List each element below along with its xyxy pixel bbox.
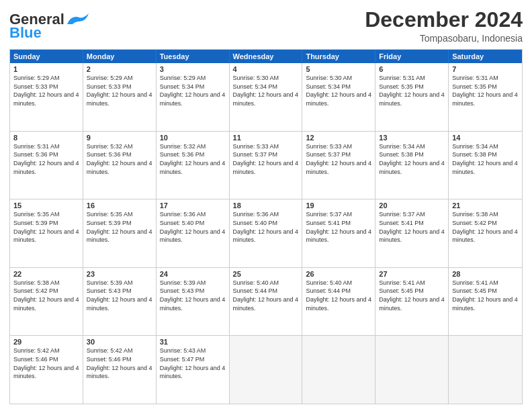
calendar-header: SundayMondayTuesdayWednesdayThursdayFrid…: [10, 50, 522, 63]
logo-blue-text: Blue: [9, 24, 42, 42]
daylight-label: Daylight: 12 hours and 4 minutes.: [160, 91, 226, 107]
calendar-week-row: 1 Sunrise: 5:29 AM Sunset: 5:33 PM Dayli…: [10, 63, 522, 131]
calendar-cell: 2 Sunrise: 5:29 AM Sunset: 5:33 PM Dayli…: [83, 63, 157, 131]
day-number: 22: [13, 270, 79, 278]
calendar-day-header: Sunday: [10, 50, 83, 63]
day-number: 2: [87, 65, 152, 73]
daylight-label: Daylight: 12 hours and 4 minutes.: [452, 160, 518, 175]
calendar-cell: [302, 336, 375, 404]
sunset-label: Sunset: 5:46 PM: [13, 356, 58, 363]
logo-bird-icon: [66, 12, 90, 27]
daylight-label: Daylight: 12 hours and 4 minutes.: [233, 160, 299, 175]
sunrise-label: Sunrise: 5:39 AM: [87, 279, 133, 286]
sunset-label: Sunset: 5:41 PM: [306, 220, 351, 226]
daylight-label: Daylight: 12 hours and 4 minutes.: [13, 296, 79, 312]
sunset-label: Sunset: 5:33 PM: [87, 83, 132, 90]
sunset-label: Sunset: 5:41 PM: [379, 220, 424, 226]
sunrise-label: Sunrise: 5:31 AM: [379, 75, 425, 81]
daylight-label: Daylight: 12 hours and 4 minutes.: [233, 296, 299, 312]
day-number: 16: [87, 201, 152, 210]
calendar-cell: 27 Sunrise: 5:41 AM Sunset: 5:45 PM Dayl…: [375, 268, 449, 336]
daylight-label: Daylight: 12 hours and 4 minutes.: [306, 228, 371, 244]
calendar-cell: 5 Sunrise: 5:30 AM Sunset: 5:34 PM Dayli…: [302, 63, 375, 131]
day-info: Sunrise: 5:37 AM Sunset: 5:41 PM Dayligh…: [306, 210, 371, 244]
sunset-label: Sunset: 5:36 PM: [13, 151, 58, 158]
day-number: 1: [13, 65, 79, 73]
day-info: Sunrise: 5:33 AM Sunset: 5:37 PM Dayligh…: [233, 142, 299, 176]
calendar-cell: 1 Sunrise: 5:29 AM Sunset: 5:33 PM Dayli…: [10, 63, 83, 131]
calendar-week-row: 15 Sunrise: 5:35 AM Sunset: 5:39 PM Dayl…: [10, 199, 522, 267]
sunrise-label: Sunrise: 5:36 AM: [233, 211, 279, 218]
calendar-cell: [449, 336, 522, 404]
day-info: Sunrise: 5:30 AM Sunset: 5:34 PM Dayligh…: [306, 74, 371, 107]
calendar-cell: 8 Sunrise: 5:31 AM Sunset: 5:36 PM Dayli…: [10, 132, 83, 199]
sunrise-label: Sunrise: 5:41 AM: [452, 279, 498, 286]
day-info: Sunrise: 5:38 AM Sunset: 5:42 PM Dayligh…: [452, 210, 519, 244]
day-info: Sunrise: 5:38 AM Sunset: 5:42 PM Dayligh…: [13, 279, 79, 312]
day-number: 28: [452, 270, 519, 278]
daylight-label: Daylight: 12 hours and 4 minutes.: [452, 228, 518, 244]
day-info: Sunrise: 5:41 AM Sunset: 5:45 PM Dayligh…: [379, 279, 445, 312]
calendar-cell: [230, 336, 303, 404]
daylight-label: Daylight: 12 hours and 4 minutes.: [160, 160, 226, 175]
calendar-page: General Blue December 2024 Tompasobaru, …: [0, 0, 532, 411]
sunset-label: Sunset: 5:34 PM: [306, 83, 351, 90]
sunrise-label: Sunrise: 5:42 AM: [13, 347, 60, 354]
sunrise-label: Sunrise: 5:37 AM: [379, 211, 425, 218]
calendar-cell: 15 Sunrise: 5:35 AM Sunset: 5:39 PM Dayl…: [10, 199, 83, 267]
page-header: General Blue December 2024 Tompasobaru, …: [9, 8, 523, 44]
month-title: December 2024: [365, 8, 523, 32]
calendar-cell: 12 Sunrise: 5:33 AM Sunset: 5:37 PM Dayl…: [302, 132, 375, 199]
day-info: Sunrise: 5:39 AM Sunset: 5:43 PM Dayligh…: [87, 279, 152, 312]
sunset-label: Sunset: 5:44 PM: [233, 287, 278, 294]
day-info: Sunrise: 5:36 AM Sunset: 5:40 PM Dayligh…: [233, 210, 299, 244]
calendar-cell: 23 Sunrise: 5:39 AM Sunset: 5:43 PM Dayl…: [83, 268, 157, 336]
day-number: 3: [160, 65, 226, 73]
sunrise-label: Sunrise: 5:32 AM: [87, 143, 133, 150]
day-number: 20: [379, 201, 445, 210]
sunrise-label: Sunrise: 5:41 AM: [379, 279, 425, 286]
daylight-label: Daylight: 12 hours and 4 minutes.: [87, 91, 152, 107]
sunset-label: Sunset: 5:37 PM: [233, 151, 278, 158]
day-info: Sunrise: 5:40 AM Sunset: 5:44 PM Dayligh…: [233, 279, 299, 312]
day-number: 9: [87, 134, 152, 142]
calendar-cell: 14 Sunrise: 5:34 AM Sunset: 5:38 PM Dayl…: [449, 132, 522, 199]
calendar-day-header: Monday: [83, 50, 157, 63]
daylight-label: Daylight: 12 hours and 4 minutes.: [160, 228, 226, 244]
day-info: Sunrise: 5:29 AM Sunset: 5:33 PM Dayligh…: [13, 74, 79, 107]
sunset-label: Sunset: 5:33 PM: [13, 83, 58, 90]
day-info: Sunrise: 5:35 AM Sunset: 5:39 PM Dayligh…: [87, 210, 152, 244]
day-info: Sunrise: 5:41 AM Sunset: 5:45 PM Dayligh…: [452, 279, 519, 312]
calendar-cell: 30 Sunrise: 5:42 AM Sunset: 5:46 PM Dayl…: [83, 336, 157, 404]
sunrise-label: Sunrise: 5:33 AM: [233, 143, 279, 150]
daylight-label: Daylight: 12 hours and 4 minutes.: [233, 91, 299, 107]
logo: General Blue: [9, 11, 90, 42]
calendar-cell: 10 Sunrise: 5:32 AM Sunset: 5:36 PM Dayl…: [157, 132, 230, 199]
day-info: Sunrise: 5:35 AM Sunset: 5:39 PM Dayligh…: [13, 210, 79, 244]
calendar-cell: 16 Sunrise: 5:35 AM Sunset: 5:39 PM Dayl…: [83, 199, 157, 267]
sunset-label: Sunset: 5:47 PM: [160, 356, 205, 363]
day-number: 17: [160, 201, 226, 210]
location: Tompasobaru, Indonesia: [365, 33, 523, 44]
sunrise-label: Sunrise: 5:38 AM: [13, 279, 60, 286]
calendar-cell: [375, 336, 449, 404]
daylight-label: Daylight: 12 hours and 4 minutes.: [379, 228, 445, 244]
sunrise-label: Sunrise: 5:40 AM: [306, 279, 352, 286]
day-info: Sunrise: 5:43 AM Sunset: 5:47 PM Dayligh…: [160, 347, 226, 380]
day-info: Sunrise: 5:31 AM Sunset: 5:35 PM Dayligh…: [452, 74, 519, 107]
calendar-week-row: 29 Sunrise: 5:42 AM Sunset: 5:46 PM Dayl…: [10, 335, 522, 404]
sunset-label: Sunset: 5:44 PM: [306, 287, 351, 294]
sunrise-label: Sunrise: 5:35 AM: [13, 211, 60, 218]
day-number: 21: [452, 201, 519, 210]
daylight-label: Daylight: 12 hours and 4 minutes.: [87, 296, 152, 312]
daylight-label: Daylight: 12 hours and 4 minutes.: [306, 160, 371, 175]
day-number: 14: [452, 134, 519, 142]
calendar-cell: 17 Sunrise: 5:36 AM Sunset: 5:40 PM Dayl…: [157, 199, 230, 267]
sunset-label: Sunset: 5:38 PM: [452, 151, 497, 158]
daylight-label: Daylight: 12 hours and 4 minutes.: [87, 160, 152, 175]
sunrise-label: Sunrise: 5:35 AM: [87, 211, 133, 218]
calendar-cell: 29 Sunrise: 5:42 AM Sunset: 5:46 PM Dayl…: [10, 336, 83, 404]
sunset-label: Sunset: 5:40 PM: [233, 220, 278, 226]
daylight-label: Daylight: 12 hours and 4 minutes.: [452, 91, 518, 107]
calendar-day-header: Thursday: [302, 50, 375, 63]
